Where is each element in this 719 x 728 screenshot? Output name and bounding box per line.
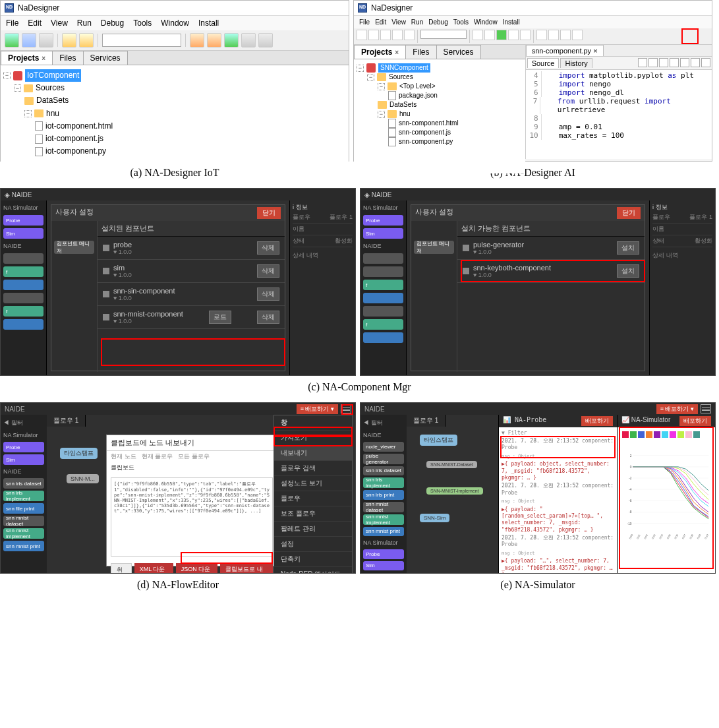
search-input[interactable] [102,34,181,47]
action-button[interactable]: 삭제 [257,264,279,278]
tree-file-py[interactable]: snn-component.py [357,137,523,146]
clean-icon[interactable] [207,33,221,47]
sidebar-node-sim[interactable]: Sim [3,228,43,239]
canvas-tab[interactable]: 플로우 1 [47,415,86,427]
cancel-button[interactable]: 취소 [111,563,132,574]
sidebar-node[interactable]: snn iris print [363,490,404,500]
action-button[interactable]: 삭제 [257,241,279,255]
tree-project-root[interactable]: −IoTComponent [3,69,346,82]
hamburger-menu-icon[interactable] [701,404,711,413]
sidebar-node[interactable]: snn iris dataset [363,466,404,476]
deploy-button[interactable]: ≡ 배포하기 ▾ [297,404,338,414]
tab-source[interactable]: Source [527,58,560,68]
hamburger-menu-icon[interactable] [341,404,351,413]
run-icon[interactable] [224,33,239,47]
code-toolbar-button[interactable] [638,58,647,67]
toolbar-button[interactable] [380,30,391,40]
sidebar-node[interactable] [363,266,403,277]
sidebar-node-sim[interactable]: Sim [3,454,44,465]
modal-tab-all-flows[interactable]: 모든 플로우 [178,452,210,461]
menu-item-settings[interactable]: 설정 [274,537,352,552]
deploy-button[interactable]: 배포하기 [581,416,613,426]
code-toolbar-button[interactable] [670,58,679,67]
toolbar-button[interactable] [520,30,531,40]
tab-projects[interactable]: Projects× [354,45,406,59]
sidebar-node[interactable] [3,253,43,264]
sidebar-node[interactable]: snn file print [3,503,44,514]
sidebar-node-sim[interactable]: Sim [363,228,403,239]
menu-file[interactable]: File [359,18,370,26]
toolbar-button[interactable] [357,30,367,40]
menu-debug[interactable]: Debug [101,18,124,28]
xml-download-button[interactable]: XML 다운로드 [134,563,173,574]
sidebar-node[interactable]: snn iris implement [3,491,44,501]
tab-services[interactable]: Services [436,45,481,59]
comp-icon[interactable] [560,30,571,40]
run-icon[interactable] [496,30,507,40]
flow-node-timestamp[interactable]: 타임스탬프 [420,435,457,446]
sidebar-node[interactable] [363,293,403,303]
menu-tools[interactable]: Tools [133,18,152,28]
probe-filter[interactable]: ▼ Filter [500,429,616,437]
menu-view[interactable]: View [391,18,406,26]
menu-view[interactable]: View [51,18,68,28]
sidebar-node[interactable]: snn mnist implement [3,528,44,539]
code-toolbar-button[interactable] [680,58,689,67]
tree-package-json[interactable]: package.json [357,91,523,100]
flow-node-snn[interactable]: SNN-M... [67,474,99,483]
editor-tab[interactable]: snn-component.py × [526,45,604,56]
menu-item-search-flow[interactable]: 플로우 검색 [274,461,352,476]
sidebar-node[interactable]: snn mnist print [363,527,404,537]
open-icon[interactable] [22,33,36,47]
sidebar-node-sim[interactable]: Sim [363,561,404,571]
undo-icon[interactable] [62,33,76,47]
sidebar-node-probe[interactable]: Probe [363,549,404,559]
code-editor[interactable]: 4import matplotlib.pyplot as plt5import … [526,70,712,159]
sidebar-node-probe[interactable]: Probe [3,215,43,226]
flow-node-dataset[interactable]: SNN-MNIST-Dataset [426,461,477,468]
tree-file-html[interactable]: snn-component.html [357,119,523,128]
toolbar-button[interactable] [508,30,519,40]
infer-icon[interactable] [572,30,583,40]
menu-item-palette[interactable]: 팔레트 관리 [274,522,352,537]
close-icon[interactable]: × [395,49,399,56]
tree-file-py[interactable]: iot-component.py [3,145,346,158]
tree-hnu[interactable]: −hnu [357,109,523,119]
toolbar-button[interactable] [473,30,483,40]
menu-item-import[interactable]: 가져오기 [274,431,352,446]
toolbar-button[interactable] [392,30,403,40]
sidebar-node[interactable]: snn iris implement [363,477,404,488]
code-toolbar-button[interactable] [691,58,700,67]
sidebar-node[interactable]: snn mnist print [3,541,44,551]
menu-window[interactable]: Window [474,18,498,26]
menu-run[interactable]: Run [411,18,423,26]
sidebar-node[interactable]: f [363,280,403,290]
sidebar-node[interactable]: f [3,306,43,317]
tree-toplevel[interactable]: −<Top Level> [357,82,523,91]
flow-node-timestamp[interactable]: 타임스탬프 [60,448,98,459]
save-icon[interactable] [39,33,53,47]
menu-install[interactable]: Install [198,18,219,28]
debug-icon[interactable] [241,33,256,47]
sidebar-node[interactable]: snn iris dataset [3,478,44,489]
action-button[interactable]: 삭제 [257,288,279,301]
iot-icon[interactable] [548,30,559,40]
close-icon[interactable]: × [593,47,597,55]
menu-file[interactable]: File [6,18,18,28]
component-manager-button[interactable]: 컴포넌트 매니저 [414,241,454,254]
tree-sources[interactable]: −Sources [357,73,523,82]
toolbar-button[interactable] [404,30,415,40]
tree-project-root[interactable]: −SNNComponent [357,63,523,73]
tab-files[interactable]: Files [405,45,436,59]
tab-projects[interactable]: Projects× [1,51,53,65]
sidebar-node[interactable] [3,319,43,330]
code-toolbar-button[interactable] [701,58,710,67]
component-manager-button[interactable]: 컴포넌트 매니저 [54,241,94,254]
json-textarea[interactable]: [{"id":"9f9fb860.6b558","type":"tab","la… [111,477,273,557]
load-button[interactable]: 로드 [209,311,231,324]
profile-icon[interactable] [258,33,273,47]
build-icon[interactable] [190,33,204,47]
menu-edit[interactable]: Edit [28,18,42,28]
modal-tab-current-node[interactable]: 현재 노드 [111,452,136,461]
canvas-tab[interactable]: 플로우 1 [407,415,446,427]
